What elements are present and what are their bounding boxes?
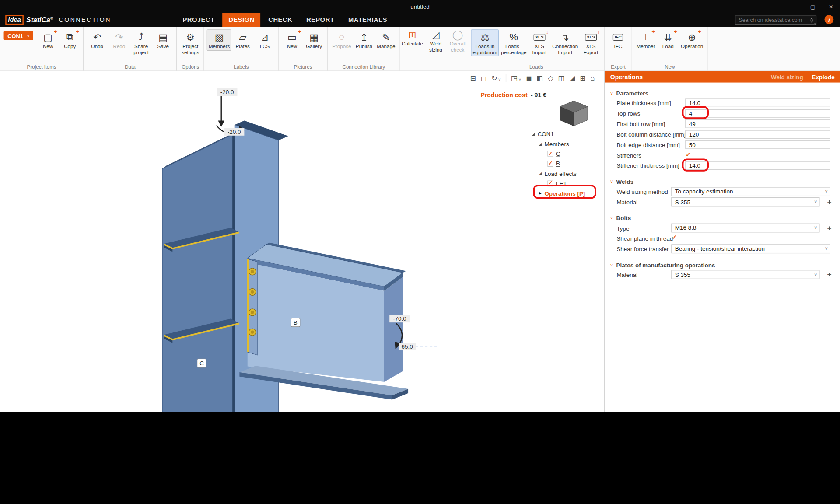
publish-button[interactable]: ↥ Publish — [353, 29, 374, 51]
weld-sizing-ribbon-button[interactable]: ◿ Weld sizing — [425, 27, 446, 54]
tree-item-member-c[interactable]: ✓ C — [528, 149, 604, 159]
expander-icon[interactable]: ◢ — [539, 172, 542, 176]
plates-material-select[interactable]: S 355 ˅ — [671, 270, 819, 279]
section-plates-manufacturing: ˅ Plates of manufacturing operations Mat… — [605, 260, 840, 280]
dim-rotation-top: -20.0 — [228, 129, 241, 135]
plate-thickness-input[interactable]: 14.0 — [685, 98, 830, 107]
tree-item-load-effects[interactable]: ◢ Load effects — [528, 168, 604, 178]
add-plates-material-button[interactable]: + — [827, 270, 832, 279]
ribbon-group-connection-library: ◌ Propose ↥ Publish ✎ Manage Connection … — [328, 27, 400, 70]
new-load-button[interactable]: ⇊+ Load — [657, 29, 679, 51]
main-menu: PROJECT DESIGN CHECK REPORT MATERIALS — [177, 13, 393, 27]
redo-button[interactable]: ↷ Redo — [108, 29, 130, 51]
ribbon: CON1 ˅ ▢+ New ⧉+ Copy Project items ↶ Un… — [0, 27, 840, 71]
tree-item-le1[interactable]: ✓ LE1 — [528, 178, 604, 189]
share-icon: ⤴ — [134, 31, 148, 44]
beam-member[interactable] — [239, 243, 408, 400]
top-rows-input[interactable]: 4 — [685, 109, 830, 118]
3d-viewport[interactable]: -20.0 -20.0 -70.0 65.0 -45.0 90.0 B C ⊟ … — [0, 71, 604, 412]
search-input[interactable] — [738, 17, 811, 24]
clipping-plane-icon[interactable]: ◳˅ — [511, 74, 521, 82]
save-icon: ▤ — [156, 31, 170, 44]
first-bolt-row-input[interactable]: 49 — [685, 119, 830, 128]
minimize-button[interactable]: ─ — [785, 0, 804, 13]
weld-sizing-method-select[interactable]: To capacity estimation ˅ — [671, 187, 830, 196]
undo-button[interactable]: ↶ Undo — [87, 29, 108, 51]
menu-design[interactable]: DESIGN — [223, 13, 260, 27]
exploded-view-icon[interactable]: ◫ — [558, 74, 565, 82]
weld-sizing-panel-button[interactable]: Weld sizing — [771, 74, 803, 80]
section-header[interactable]: ˅ Bolts — [605, 213, 840, 223]
bolt-edge-distance-input[interactable]: 50 — [685, 140, 830, 149]
tree-item-members[interactable]: ◢ Members — [528, 139, 604, 149]
connection-import-button[interactable]: ↴ Connection Import — [551, 29, 580, 56]
zoom-fit-icon[interactable]: ◻ — [481, 74, 486, 82]
explode-button[interactable]: Explode — [812, 74, 834, 80]
shear-plane-in-thread-checkbox[interactable]: ✓ — [672, 234, 677, 240]
transparent-view-icon[interactable]: ◇ — [548, 74, 553, 82]
save-button[interactable]: ▤ Save — [152, 29, 174, 51]
checkbox-checked-icon[interactable]: ✓ — [547, 180, 553, 186]
propose-button[interactable]: ◌ Propose — [331, 29, 353, 51]
expander-icon[interactable]: ◢ — [539, 142, 542, 146]
info-icon[interactable]: i — [824, 15, 833, 24]
add-bolt-type-button[interactable]: + — [827, 223, 832, 232]
con1-dropdown[interactable]: CON1 ˅ — [4, 31, 34, 40]
tree-item-operations[interactable]: ▶ Operations [P] — [528, 188, 604, 198]
close-button[interactable]: ✕ — [822, 0, 840, 13]
search-box[interactable] — [735, 16, 816, 25]
new-picture-button[interactable]: ▭+ New — [281, 29, 303, 51]
xls-export-button[interactable]: XLS↑ XLS Export — [580, 29, 602, 56]
add-weld-material-button[interactable]: + — [827, 197, 832, 206]
expander-icon[interactable]: ◢ — [532, 132, 535, 136]
plates-labels-toggle[interactable]: ▱ Plates — [232, 29, 253, 51]
maximize-button[interactable]: ▢ — [804, 0, 822, 13]
stiffener-thickness-input[interactable]: 14.0 — [685, 161, 830, 170]
panel-title: Operations — [610, 74, 643, 80]
project-settings-button[interactable]: ⚙ Project settings — [180, 29, 201, 56]
xls-import-button[interactable]: XLS↓ XLS Import — [528, 29, 550, 56]
menu-check[interactable]: CHECK — [262, 13, 298, 27]
mesh-view-icon[interactable]: ⊞ — [580, 74, 585, 82]
shear-force-transfer-select[interactable]: Bearing - tension/shear interaction ˅ — [671, 244, 830, 253]
menu-report[interactable]: REPORT — [300, 13, 340, 27]
gallery-button[interactable]: ▦ Gallery — [303, 29, 325, 51]
menu-materials[interactable]: MATERIALS — [342, 13, 393, 27]
stiffeners-checkbox[interactable]: ✓ — [686, 151, 690, 157]
checkbox-checked-icon[interactable]: ✓ — [547, 161, 553, 166]
view-cube[interactable] — [553, 96, 592, 129]
new-operation-button[interactable]: ⊕+ Operation — [679, 29, 704, 51]
share-project-button[interactable]: ⤴ Share project — [130, 29, 152, 56]
menu-project[interactable]: PROJECT — [177, 13, 220, 27]
ribbon-group-new: ⌶+ Member ⇊+ Load ⊕+ Operation New — [632, 27, 708, 70]
tree-item-member-b[interactable]: ✓ B — [528, 159, 604, 169]
ifc-export-button[interactable]: IFC↑ IFC — [607, 29, 629, 51]
bolt-column-distance-input[interactable]: 120 — [685, 130, 830, 139]
tree-item-con1[interactable]: ◢ CON1 — [528, 129, 604, 139]
overall-check-button[interactable]: ◯ Overall check — [447, 27, 469, 54]
section-header[interactable]: ˅ Welds — [605, 176, 840, 186]
shaded-view-icon[interactable]: ◧ — [536, 74, 543, 82]
checkbox-checked-icon[interactable]: ✓ — [547, 151, 553, 157]
new-member-button[interactable]: ⌶+ Member — [635, 29, 657, 51]
copy-project-item-button[interactable]: ⧉+ Copy — [59, 29, 80, 51]
titlebar: untitled ─ ▢ ✕ — [0, 0, 840, 13]
manage-button[interactable]: ✎ Manage — [375, 29, 397, 51]
welds-view-icon[interactable]: ◢ — [570, 74, 575, 82]
bolt-type-select[interactable]: M16 8.8 ˅ — [671, 223, 819, 232]
section-header[interactable]: ˅ Parameters — [605, 88, 840, 98]
weld-material-select[interactable]: S 355 ˅ — [671, 197, 819, 206]
calculate-button[interactable]: ⊞ Calculate — [400, 27, 424, 48]
connection-3d-scene[interactable]: -20.0 -20.0 -70.0 65.0 -45.0 90.0 B C — [0, 71, 604, 412]
dimensions-icon[interactable]: ⊟ — [470, 74, 476, 82]
lcs-labels-toggle[interactable]: ⊿ LCS — [254, 29, 275, 51]
home-view-icon[interactable]: ⌂ — [591, 74, 595, 82]
loads-percentage-button[interactable]: % Loads - percentage — [500, 29, 528, 56]
loads-in-equilibrium-button[interactable]: ⚖ Loads in equilibrium — [471, 29, 499, 56]
weld-sizing-icon: ◿ — [429, 28, 443, 42]
section-header[interactable]: ˅ Plates of manufacturing operations — [605, 260, 840, 270]
members-labels-toggle[interactable]: ▧ Members — [207, 29, 231, 51]
solid-view-icon[interactable]: ◼ — [526, 74, 532, 82]
rotate-view-icon[interactable]: ↻˅ — [491, 74, 501, 82]
new-project-item-button[interactable]: ▢+ New — [37, 29, 59, 51]
